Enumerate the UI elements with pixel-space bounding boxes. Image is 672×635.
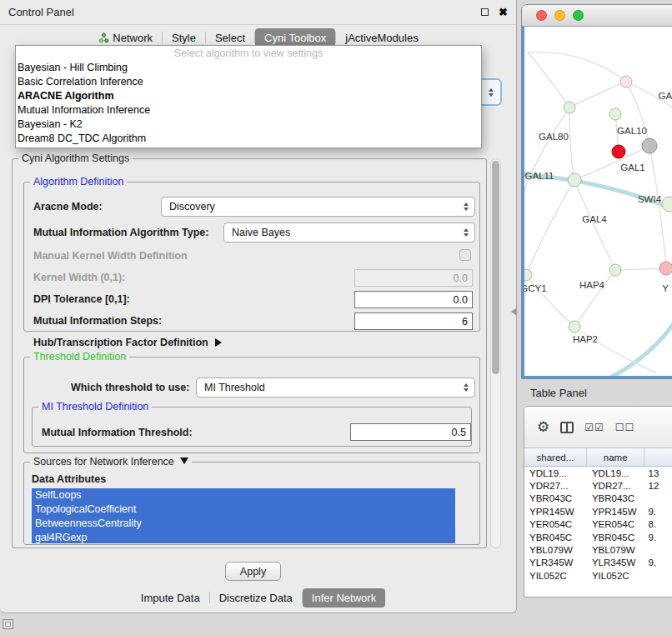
list-item-selfloops[interactable]: SelfLoops: [32, 488, 455, 502]
node-label: GAL80: [539, 132, 569, 142]
combo-arrows-icon: [464, 383, 469, 392]
network-graph[interactable]: GAL80GAL10GAL11GAL1SWI4GAL4GCY1HAP4HAP2G…: [524, 27, 672, 378]
expander-down-icon: [180, 458, 188, 464]
combo-arrows-icon: [464, 202, 469, 211]
threshold-definition-title: Threshold Definition: [30, 351, 129, 362]
tab-impute-data[interactable]: Impute Data: [132, 588, 209, 608]
which-threshold-label: Which threshold to use:: [71, 382, 189, 393]
list-item-gal4rgexp[interactable]: gal4RGexp: [32, 531, 455, 543]
tab-discretize-data[interactable]: Discretize Data: [210, 588, 302, 608]
menu-item-dream8-dc-tdc-algorithm[interactable]: Dream8 DC_TDC Algorithm: [16, 132, 481, 146]
node-label: HAP2: [573, 334, 598, 344]
settings-scrollbar[interactable]: [490, 158, 501, 548]
network-node: [612, 145, 625, 158]
column-header-name[interactable]: name: [587, 448, 645, 466]
network-node: [662, 197, 672, 212]
show-columns-icon[interactable]: ☑☑: [584, 422, 604, 433]
table-row[interactable]: YIL052CYIL052C: [524, 569, 672, 582]
node-label: GCY1: [524, 283, 547, 293]
menu-item-basic-correlation-inference[interactable]: Basic Correlation Inference: [16, 75, 481, 89]
network-node: [609, 264, 621, 276]
table-row[interactable]: YBR045CYBR045C9.: [524, 531, 672, 543]
table-row[interactable]: YBL079WYBL079W: [524, 543, 672, 556]
window-title: Control Panel: [8, 6, 74, 18]
hub-definition-expander[interactable]: Hub/Transcription Factor Definition: [33, 337, 222, 348]
columns-icon[interactable]: [560, 422, 574, 433]
node-label: GAL10: [617, 126, 647, 136]
cyni-settings-group-title: Cyni Algorithm Settings: [18, 152, 133, 164]
apply-button[interactable]: Apply: [225, 562, 281, 581]
which-threshold-select[interactable]: MI Threshold: [196, 378, 475, 398]
close-icon[interactable]: ✖: [499, 7, 508, 18]
menu-item-bayesian-hill-climbing[interactable]: Bayesian - Hill Climbing: [16, 61, 481, 75]
table-row[interactable]: YBR043CYBR043C: [524, 492, 672, 505]
mi-algorithm-type-select[interactable]: Naive Bayes: [223, 222, 475, 242]
network-node: [524, 269, 532, 281]
aracne-mode-label: Aracne Mode:: [33, 201, 103, 212]
menu-item-mutual-information-inference[interactable]: Mutual Information Inference: [16, 103, 481, 118]
float-window-icon[interactable]: [481, 8, 489, 16]
kernel-width-field: 0.0: [354, 269, 473, 287]
algorithm-definition-title: Algorithm Definition: [30, 176, 127, 188]
menu-item-bayesian-k2[interactable]: Bayesian - K2: [16, 118, 481, 132]
menu-item-aracne-algorithm[interactable]: ARACNE Algorithm: [16, 89, 481, 103]
node-label: GAL1: [620, 162, 644, 172]
data-attributes-list: SelfLoopsTopologicalCoefficientBetweenne…: [32, 488, 455, 543]
network-node: [609, 108, 621, 120]
minimize-traffic-light-icon[interactable]: [554, 10, 565, 21]
data-attributes-label: Data Attributes: [32, 473, 106, 485]
node-label: GAL11: [525, 171, 554, 181]
zoom-traffic-light-icon[interactable]: [573, 10, 584, 21]
algorithm-dropdown-popup: Select algorithm to view settings Bayesi…: [15, 45, 482, 148]
network-node: [568, 173, 581, 187]
close-traffic-light-icon[interactable]: [536, 10, 547, 21]
network-view[interactable]: GAL80GAL10GAL11GAL1SWI4GAL4GCY1HAP4HAP2G…: [522, 27, 672, 378]
network-node: [564, 102, 575, 113]
node-label: SWI4: [638, 194, 662, 204]
network-node: [569, 321, 580, 332]
control-panel-titlebar: Control Panel ✖: [0, 0, 516, 25]
scrollbar-thumb[interactable]: [492, 161, 499, 374]
list-item-betweennesscentrality[interactable]: BetweennessCentrality: [32, 517, 455, 531]
desktop: Control Panel ✖ NetworkStyleSelectCyni T…: [0, 0, 672, 635]
splitter-collapse-icon[interactable]: [511, 308, 517, 316]
mi-algorithm-type-value: Naive Bayes: [232, 227, 290, 238]
column-header-shared[interactable]: shared...: [524, 448, 587, 466]
column-header-blank[interactable]: [644, 448, 672, 466]
table-row[interactable]: YLR345WYLR345W9.: [524, 557, 672, 569]
combo-arrows-icon: [464, 228, 469, 237]
node-label: GAL: [658, 91, 672, 101]
table-row[interactable]: YER054CYER054C8.: [524, 518, 672, 531]
table-row[interactable]: YPR145WYPR145W9.: [524, 505, 672, 518]
list-item-topologicalcoefficient[interactable]: TopologicalCoefficient: [32, 502, 455, 517]
dock-panel-icon[interactable]: [3, 619, 13, 629]
sources-group-title[interactable]: Sources for Network Inference: [30, 456, 192, 468]
kernel-width-label: Kernel Width (0,1):: [33, 272, 125, 283]
which-threshold-value: MI Threshold: [204, 382, 265, 393]
network-node: [642, 138, 657, 153]
mi-threshold-group-title: MI Threshold Definition: [38, 401, 152, 412]
dpi-tolerance-field[interactable]: 0.0: [354, 291, 473, 308]
tab-infer-network[interactable]: Infer Network: [303, 588, 385, 608]
node-label: HAP4: [579, 280, 605, 290]
algorithm-menu-items: Bayesian - Hill ClimbingBasic Correlatio…: [16, 61, 481, 146]
mi-threshold-field[interactable]: 0.5: [350, 423, 471, 441]
network-node: [659, 262, 672, 275]
table-panel-title: Table Panel: [530, 387, 587, 399]
mi-steps-field[interactable]: 6: [354, 312, 473, 330]
aracne-mode-select[interactable]: Discovery: [161, 197, 475, 217]
network-window-titlebar: [522, 5, 672, 27]
table-toolbar: ⚙ ☑☑ ☐☐: [524, 407, 672, 448]
mi-algorithm-type-label: Mutual Information Algorithm Type:: [33, 227, 208, 238]
bottom-tab-bar: Impute DataDiscretize DataInfer Network: [0, 588, 517, 608]
mi-steps-label: Mutual Information Steps:: [33, 315, 162, 327]
hide-columns-icon[interactable]: ☐☐: [615, 422, 635, 433]
table-header-row: shared...name: [524, 448, 672, 467]
network-window: GAL80GAL10GAL11GAL1SWI4GAL4GCY1HAP4HAP2G…: [521, 4, 672, 379]
table-row[interactable]: YDL19...YDL19...13: [524, 467, 672, 479]
dpi-tolerance-label: DPI Tolerance [0,1]:: [33, 293, 130, 305]
node-label: Y: [662, 283, 669, 293]
table-body: YDL19...YDL19...13YDR27...YDR27...12YBR0…: [524, 467, 672, 582]
gear-icon[interactable]: ⚙: [537, 420, 549, 434]
table-row[interactable]: YDR27...YDR27...12: [524, 479, 672, 492]
